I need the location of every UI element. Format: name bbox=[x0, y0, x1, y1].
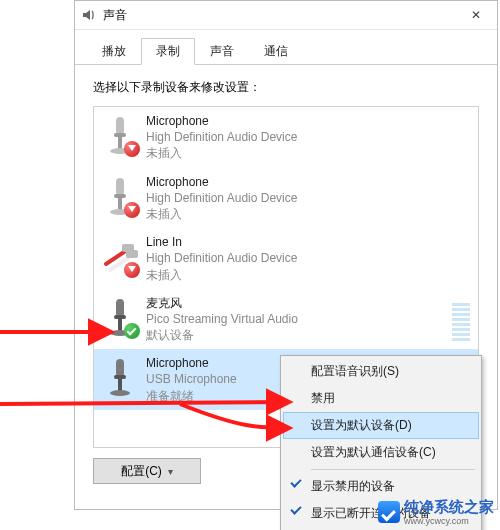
microphone-icon bbox=[102, 113, 138, 157]
device-item[interactable]: Line In High Definition Audio Device 未插入 bbox=[94, 228, 478, 289]
watermark-logo-icon bbox=[378, 501, 400, 523]
unplugged-badge-icon bbox=[124, 202, 140, 218]
instruction-text: 选择以下录制设备来修改设置： bbox=[93, 79, 479, 96]
unplugged-badge-icon bbox=[124, 262, 140, 278]
tab-sounds[interactable]: 声音 bbox=[195, 38, 249, 65]
tab-playback[interactable]: 播放 bbox=[87, 38, 141, 65]
ctx-disable[interactable]: 禁用 bbox=[283, 385, 479, 412]
window-title: 声音 bbox=[103, 7, 127, 24]
ctx-set-default-comm[interactable]: 设置为默认通信设备(C) bbox=[283, 439, 479, 466]
tab-strip: 播放 录制 声音 通信 bbox=[75, 30, 497, 65]
default-badge-icon bbox=[124, 323, 140, 339]
svg-rect-4 bbox=[116, 178, 124, 196]
device-name: Microphone bbox=[146, 174, 470, 190]
device-status: 未插入 bbox=[146, 206, 470, 222]
unplugged-badge-icon bbox=[124, 141, 140, 157]
speaker-icon bbox=[81, 7, 97, 23]
svg-rect-6 bbox=[118, 198, 122, 210]
device-status: 未插入 bbox=[146, 267, 470, 283]
device-status: 未插入 bbox=[146, 145, 470, 161]
svg-point-17 bbox=[110, 390, 130, 396]
device-status: 默认设备 bbox=[146, 327, 448, 343]
watermark-text: 纯净系统之家 bbox=[404, 498, 494, 515]
titlebar: 声音 ✕ bbox=[75, 1, 497, 30]
microphone-icon bbox=[102, 295, 138, 339]
close-icon: ✕ bbox=[471, 8, 481, 22]
device-driver: High Definition Audio Device bbox=[146, 129, 470, 145]
microphone-icon bbox=[102, 174, 138, 218]
ctx-configure-speech[interactable]: 配置语音识别(S) bbox=[283, 358, 479, 385]
device-name: Line In bbox=[146, 234, 470, 250]
device-driver: High Definition Audio Device bbox=[146, 250, 470, 266]
tab-communications[interactable]: 通信 bbox=[249, 38, 303, 65]
button-label: 配置(C) bbox=[121, 463, 162, 480]
svg-rect-11 bbox=[114, 315, 126, 319]
device-item[interactable]: 麦克风 Pico Streaming Virtual Audio 默认设备 bbox=[94, 289, 478, 350]
svg-rect-14 bbox=[116, 359, 124, 377]
svg-rect-15 bbox=[114, 375, 126, 379]
watermark-url: www.ycwcy.com bbox=[404, 517, 494, 526]
linein-icon bbox=[102, 234, 138, 278]
svg-rect-1 bbox=[114, 133, 126, 137]
ctx-set-default[interactable]: 设置为默认设备(D) bbox=[283, 412, 479, 439]
svg-rect-16 bbox=[118, 379, 122, 391]
configure-button[interactable]: 配置(C) ▾ bbox=[93, 458, 201, 484]
device-item[interactable]: Microphone High Definition Audio Device … bbox=[94, 168, 478, 229]
device-item[interactable]: Microphone High Definition Audio Device … bbox=[94, 107, 478, 168]
microphone-icon bbox=[102, 355, 138, 399]
svg-rect-12 bbox=[118, 319, 122, 331]
ctx-show-disabled[interactable]: 显示禁用的设备 bbox=[283, 473, 479, 500]
svg-rect-5 bbox=[114, 194, 126, 198]
device-name: 麦克风 bbox=[146, 295, 448, 311]
chevron-down-icon: ▾ bbox=[168, 466, 173, 477]
svg-rect-10 bbox=[116, 299, 124, 317]
separator bbox=[311, 469, 475, 470]
svg-rect-0 bbox=[116, 117, 124, 135]
svg-rect-2 bbox=[118, 137, 122, 149]
device-name: Microphone bbox=[146, 113, 470, 129]
device-driver: Pico Streaming Virtual Audio bbox=[146, 311, 448, 327]
level-meter bbox=[452, 295, 470, 341]
svg-rect-9 bbox=[126, 250, 138, 258]
close-button[interactable]: ✕ bbox=[455, 1, 497, 29]
tab-recording[interactable]: 录制 bbox=[141, 38, 195, 65]
watermark: 纯净系统之家 www.ycwcy.com bbox=[378, 498, 494, 526]
device-driver: High Definition Audio Device bbox=[146, 190, 470, 206]
